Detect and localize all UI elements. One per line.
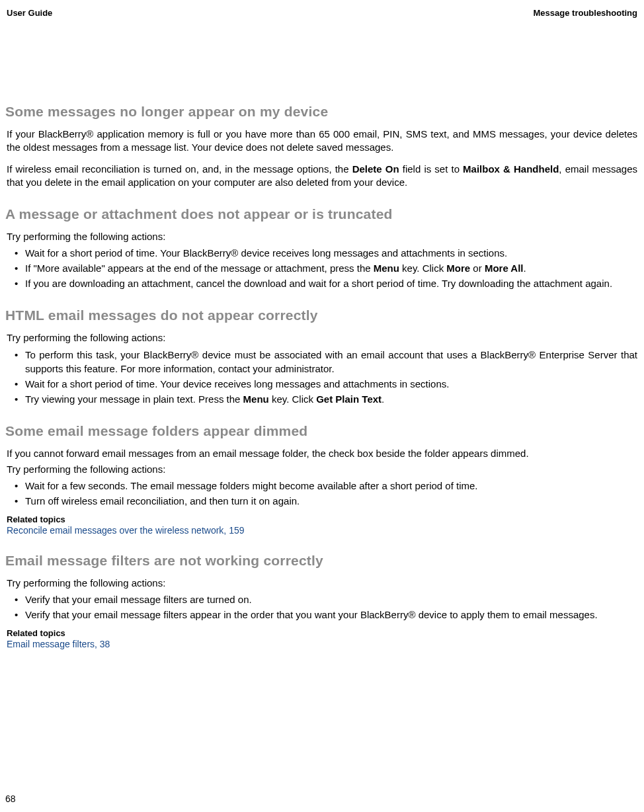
heading-folders-dimmed: Some email message folders appear dimmed <box>5 423 639 439</box>
related-topic-link[interactable]: Reconcile email messages over the wirele… <box>7 525 637 536</box>
related-topics-label: Related topics <box>7 628 637 638</box>
paragraph: If you cannot forward email messages fro… <box>7 447 637 460</box>
section-some-messages: Some messages no longer appear on my dev… <box>5 104 639 189</box>
list-item: Verify that your email message filters a… <box>7 592 637 606</box>
intro-text: Try performing the following actions: <box>7 230 637 243</box>
list-item: Try viewing your message in plain text. … <box>7 392 637 406</box>
list-item: Verify that your email message filters a… <box>7 608 637 622</box>
intro-text: Try performing the following actions: <box>7 463 637 476</box>
section-truncated: A message or attachment does not appear … <box>5 206 639 290</box>
related-topic-link[interactable]: Email message filters, 38 <box>7 639 637 649</box>
intro-text: Try performing the following actions: <box>7 331 637 345</box>
header-right: Message troubleshooting <box>534 8 637 18</box>
section-html-email: HTML email messages do not appear correc… <box>5 307 639 405</box>
list-item: Wait for a short period of time. Your Bl… <box>7 246 637 260</box>
main-content: Some messages no longer appear on my dev… <box>5 18 639 649</box>
bullet-list: Verify that your email message filters a… <box>7 592 637 622</box>
bullet-list: Wait for a few seconds. The email messag… <box>7 479 637 508</box>
list-item: Wait for a short period of time. Your de… <box>7 377 637 391</box>
bullet-list: Wait for a short period of time. Your Bl… <box>7 246 637 290</box>
list-item: Turn off wireless email reconciliation, … <box>7 494 637 508</box>
heading-html-email: HTML email messages do not appear correc… <box>5 307 639 323</box>
page-header: User Guide Message troubleshooting <box>5 8 639 18</box>
list-item: If you are downloading an attachment, ca… <box>7 276 637 290</box>
paragraph: If wireless email reconciliation is turn… <box>7 163 637 190</box>
header-left: User Guide <box>7 8 52 18</box>
paragraph: If your BlackBerry® application memory i… <box>7 128 637 155</box>
list-item: Wait for a few seconds. The email messag… <box>7 479 637 493</box>
list-item: To perform this task, your BlackBerry® d… <box>7 348 637 376</box>
page-number: 68 <box>5 793 16 804</box>
bullet-list: To perform this task, your BlackBerry® d… <box>7 348 637 406</box>
heading-filters: Email message filters are not working co… <box>5 553 639 569</box>
heading-some-messages: Some messages no longer appear on my dev… <box>5 104 639 120</box>
section-filters: Email message filters are not working co… <box>5 553 639 649</box>
intro-text: Try performing the following actions: <box>7 577 637 590</box>
related-topics-label: Related topics <box>7 514 637 524</box>
heading-truncated: A message or attachment does not appear … <box>5 206 639 222</box>
list-item: If "More available" appears at the end o… <box>7 261 637 275</box>
section-folders-dimmed: Some email message folders appear dimmed… <box>5 423 639 536</box>
